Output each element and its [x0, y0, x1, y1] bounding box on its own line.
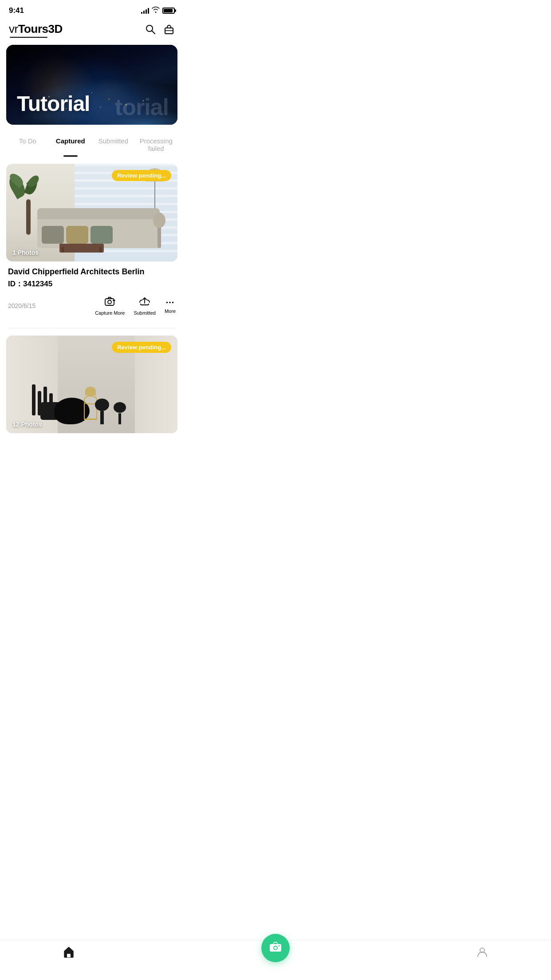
card-body-1: David Chipperfield Architects Berlin ID：…	[6, 261, 177, 317]
more-label: More	[165, 308, 176, 314]
capture-more-label: Capture More	[95, 310, 125, 316]
search-icon[interactable]	[145, 24, 156, 37]
banner-title: Tutorial	[17, 91, 90, 116]
submitted-button[interactable]: Submitted	[134, 296, 156, 316]
content-area: Review pending... 1 Photos David Chipper…	[0, 157, 184, 488]
tutorial-banner[interactable]: Tutorial torial	[6, 45, 177, 125]
svg-rect-4	[105, 299, 114, 305]
photos-count-1: 1 Photos	[12, 249, 39, 256]
tab-todo[interactable]: To Do	[6, 134, 49, 157]
submitted-icon	[139, 296, 150, 308]
property-title-1: David Chipperfield Architects Berlin	[8, 267, 176, 277]
review-pending-badge-1: Review pending...	[112, 170, 171, 181]
logo-vr: vr	[9, 22, 18, 36]
property-date-1: 2020/6/15	[8, 302, 35, 309]
capture-more-icon	[104, 296, 116, 308]
property-id-1: ID：3412345	[8, 279, 176, 289]
signal-bar-1	[141, 12, 142, 14]
status-icons	[141, 7, 175, 15]
more-icon: ···	[166, 298, 175, 307]
logo-tours: Tours	[18, 22, 48, 36]
tab-processing-failed[interactable]: Processing failed	[135, 134, 178, 157]
banner-text: Tutorial	[17, 91, 90, 116]
card-image-2: Review pending... 12 Photos	[6, 336, 177, 433]
logo: vrTours3D	[9, 22, 63, 38]
signal-bar-2	[143, 11, 145, 14]
battery-icon	[162, 8, 175, 14]
svg-point-5	[108, 300, 111, 304]
banner-title-ghost: torial	[115, 94, 169, 120]
signal-icon	[141, 8, 149, 14]
svg-line-1	[152, 31, 155, 34]
status-bar: 9:41	[0, 0, 184, 19]
capture-more-button[interactable]: Capture More	[95, 296, 125, 316]
card-footer-1: 2020/6/15 Capture More	[8, 296, 176, 317]
property-card-1[interactable]: Review pending... 1 Photos David Chipper…	[6, 164, 177, 317]
more-button[interactable]: ··· More	[165, 298, 176, 314]
property-card-2[interactable]: Review pending... 12 Photos	[6, 336, 177, 433]
submitted-label: Submitted	[134, 310, 156, 316]
signal-bar-3	[146, 9, 147, 14]
status-time: 9:41	[9, 6, 24, 15]
logo-3d: 3D	[48, 22, 62, 36]
signal-bar-4	[148, 8, 149, 14]
card-image-1: Review pending... 1 Photos	[6, 164, 177, 261]
divider	[8, 328, 176, 328]
tab-submitted[interactable]: Submitted	[92, 134, 135, 157]
review-pending-badge-2: Review pending...	[112, 342, 171, 353]
photos-count-2: 12 Photos	[12, 421, 42, 428]
wifi-icon	[152, 7, 160, 15]
bag-icon[interactable]	[163, 24, 175, 37]
tab-captured[interactable]: Captured	[49, 134, 92, 157]
card-actions-1: Capture More Submitted	[95, 296, 176, 316]
header-actions	[145, 24, 175, 37]
header: vrTours3D	[0, 19, 184, 45]
tab-bar: To Do Captured Submitted Processing fail…	[0, 125, 184, 157]
